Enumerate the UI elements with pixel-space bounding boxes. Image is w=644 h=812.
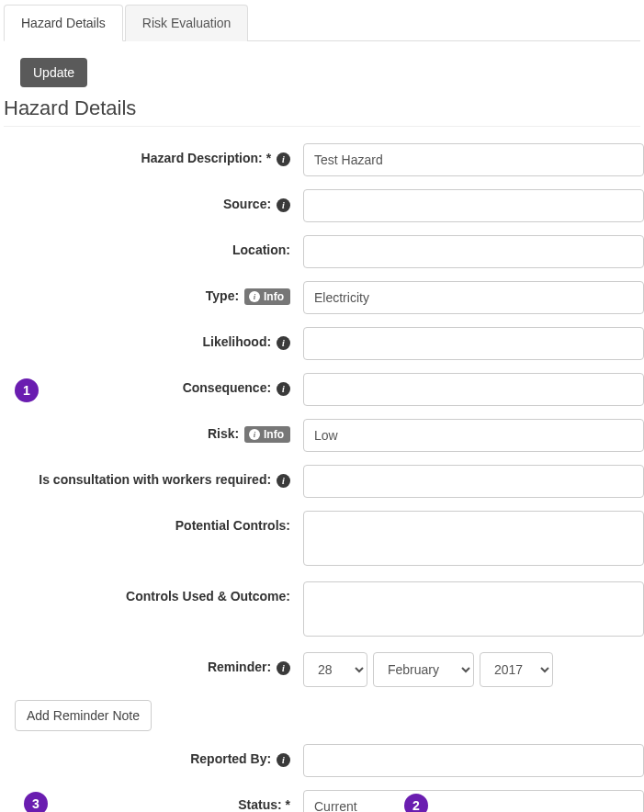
label-likelihood: Likelihood: i xyxy=(0,327,303,350)
label-consultation: Is consultation with workers required: i xyxy=(0,465,303,488)
location-input[interactable] xyxy=(303,235,644,268)
label-hazard-description: Hazard Description: * i xyxy=(0,143,303,166)
tab-risk-evaluation[interactable]: Risk Evaluation xyxy=(125,5,249,41)
hazard-form: Hazard Description: * i Source: i Locati… xyxy=(0,143,644,812)
reminder-date-group: 28 February 2017 xyxy=(303,652,644,687)
reminder-year-select[interactable]: 2017 xyxy=(480,652,553,687)
label-type: Type: iInfo xyxy=(0,281,303,305)
add-reminder-note-button[interactable]: Add Reminder Note xyxy=(15,700,152,731)
info-icon: i xyxy=(249,429,260,440)
status-input[interactable] xyxy=(303,790,644,812)
label-controls-used: Controls Used & Outcome: xyxy=(0,581,303,603)
annotation-3: 3 xyxy=(24,792,48,812)
info-icon[interactable]: i xyxy=(277,152,290,166)
reported-by-input[interactable] xyxy=(303,744,644,777)
info-icon[interactable]: i xyxy=(277,661,290,675)
type-input[interactable] xyxy=(303,281,644,314)
label-reported-by: Reported By: i xyxy=(0,744,303,767)
label-reminder: Reminder: i xyxy=(0,652,303,675)
info-icon[interactable]: i xyxy=(277,336,290,350)
label-location: Location: xyxy=(0,235,303,257)
info-icon[interactable]: i xyxy=(277,382,290,396)
potential-controls-textarea[interactable] xyxy=(303,511,644,566)
info-badge-risk[interactable]: iInfo xyxy=(244,426,290,443)
annotation-1: 1 xyxy=(15,378,39,402)
button-label: Update xyxy=(33,65,74,80)
page-title: Hazard Details xyxy=(4,96,640,127)
tab-label: Risk Evaluation xyxy=(142,16,232,30)
tab-label: Hazard Details xyxy=(21,16,106,30)
likelihood-input[interactable] xyxy=(303,327,644,360)
info-icon[interactable]: i xyxy=(277,198,290,212)
info-badge-type[interactable]: iInfo xyxy=(244,288,290,305)
consultation-input[interactable] xyxy=(303,465,644,498)
risk-input[interactable] xyxy=(303,419,644,452)
info-icon[interactable]: i xyxy=(277,474,290,488)
label-risk: Risk: iInfo xyxy=(0,419,303,443)
reminder-day-select[interactable]: 28 xyxy=(303,652,367,687)
consequence-input[interactable] xyxy=(303,373,644,406)
button-label: Add Reminder Note xyxy=(27,708,140,723)
annotation-2: 2 xyxy=(404,794,428,812)
tab-hazard-details[interactable]: Hazard Details xyxy=(4,5,123,41)
label-consequence: Consequence: i xyxy=(0,373,303,396)
tab-bar: Hazard Details Risk Evaluation xyxy=(4,4,640,41)
hazard-description-input[interactable] xyxy=(303,143,644,176)
label-source: Source: i xyxy=(0,189,303,212)
controls-used-textarea[interactable] xyxy=(303,581,644,637)
update-button-top[interactable]: Update xyxy=(20,58,87,87)
label-potential-controls: Potential Controls: xyxy=(0,511,303,533)
info-icon[interactable]: i xyxy=(277,753,290,767)
reminder-month-select[interactable]: February xyxy=(373,652,474,687)
source-input[interactable] xyxy=(303,189,644,222)
info-icon: i xyxy=(249,291,260,302)
